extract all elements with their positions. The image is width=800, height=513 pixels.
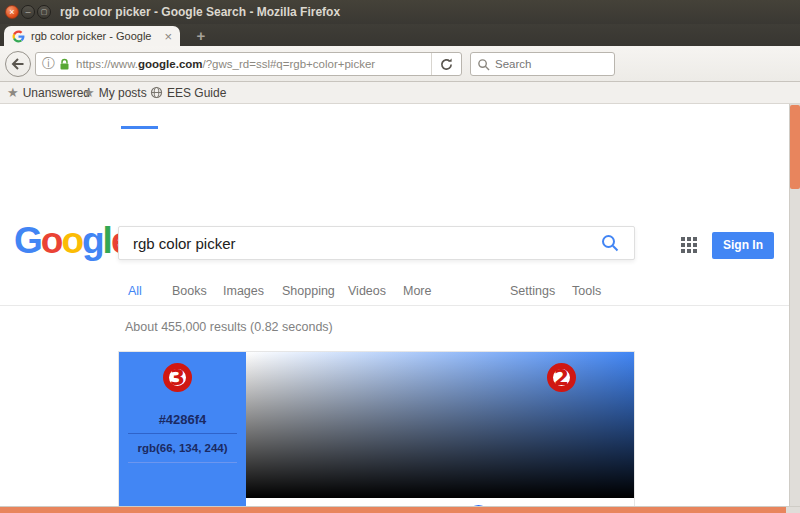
google-favicon-icon [12, 30, 25, 43]
result-type-tabs: All Books Images Shopping Videos More Se… [0, 280, 800, 305]
saturation-value-gradient[interactable] [246, 352, 634, 498]
tab-title: rgb color picker - Google [31, 30, 160, 42]
search-magnifier-icon [601, 234, 619, 252]
google-search-button[interactable] [586, 227, 634, 259]
hex-value: #4286f4 [119, 412, 246, 427]
navigation-toolbar: ⓘ https://www.google.com/?gws_rd=ssl#q=r… [0, 46, 800, 82]
horizontal-scrollbar-thumb[interactable] [0, 507, 786, 513]
browser-window: × – ▢ rgb color picker - Google Search -… [0, 0, 800, 513]
tab-all[interactable]: All [128, 284, 142, 298]
window-titlebar: × – ▢ rgb color picker - Google Search -… [0, 0, 800, 24]
tab-settings[interactable]: Settings [510, 284, 555, 298]
page-content: Google Sign In All Books Images Shopping… [0, 104, 800, 513]
bookmark-item-my-posts[interactable]: ★ My posts [83, 82, 147, 103]
tabs-divider [0, 305, 800, 306]
firefox-search-bar[interactable] [470, 52, 615, 76]
search-icon [477, 58, 490, 71]
sign-in-button[interactable]: Sign In [712, 232, 774, 259]
window-title: rgb color picker - Google Search - Mozil… [60, 0, 340, 24]
google-search-box[interactable] [118, 226, 635, 260]
tab-tools[interactable]: Tools [572, 284, 601, 298]
reload-button[interactable] [431, 53, 461, 75]
google-apps-grid-icon[interactable] [681, 237, 697, 253]
url-text: https://www.google.com/?gws_rd=ssl#q=rgb… [76, 58, 431, 70]
swatch-divider [128, 433, 237, 434]
tab-more[interactable]: More [403, 284, 431, 298]
back-arrow-icon [11, 57, 25, 71]
annotation-badge-2: 2 [547, 363, 576, 392]
tab-images[interactable]: Images [223, 284, 264, 298]
annotation-badge-3: 3 [163, 363, 192, 392]
window-close-button[interactable]: × [5, 5, 19, 19]
new-tab-button[interactable]: + [188, 26, 214, 46]
active-tab-underline [121, 126, 158, 129]
https-lock-icon [59, 58, 70, 71]
vertical-scrollbar-thumb[interactable] [790, 105, 800, 189]
window-minimize-button[interactable]: – [21, 5, 35, 19]
page-info-icon[interactable]: ⓘ [42, 55, 55, 73]
bookmarks-bar: ★ Unanswered ★ My posts EES Guide [0, 82, 800, 104]
rgb-value: rgb(66, 134, 244) [119, 442, 246, 454]
reload-icon [440, 58, 453, 71]
bookmark-item-unanswered[interactable]: ★ Unanswered [7, 82, 90, 103]
star-icon: ★ [7, 86, 19, 99]
star-icon: ★ [83, 86, 95, 99]
browser-tab[interactable]: rgb color picker - Google × [4, 26, 180, 46]
tab-shopping[interactable]: Shopping [282, 284, 335, 298]
gradient-selector-ring[interactable] [647, 350, 661, 364]
tab-books[interactable]: Books [172, 284, 207, 298]
url-bar[interactable]: ⓘ https://www.google.com/?gws_rd=ssl#q=r… [35, 52, 462, 76]
search-input[interactable] [495, 58, 595, 70]
bookmark-item-ees-guide[interactable]: EES Guide [150, 82, 226, 103]
tab-videos[interactable]: Videos [348, 284, 386, 298]
results-stats: About 455,000 results (0.82 seconds) [125, 320, 333, 334]
swatch-divider [128, 462, 237, 463]
back-button[interactable] [5, 51, 31, 77]
globe-icon [150, 86, 163, 99]
tab-close-icon[interactable]: × [164, 30, 172, 43]
color-picker-widget: #4286f4 rgb(66, 134, 244) Show color val… [118, 351, 635, 513]
tab-bar: rgb color picker - Google × + [0, 24, 800, 46]
window-maximize-button[interactable]: ▢ [37, 5, 51, 19]
google-search-input[interactable] [119, 235, 586, 252]
google-logo[interactable]: Google [14, 220, 129, 262]
